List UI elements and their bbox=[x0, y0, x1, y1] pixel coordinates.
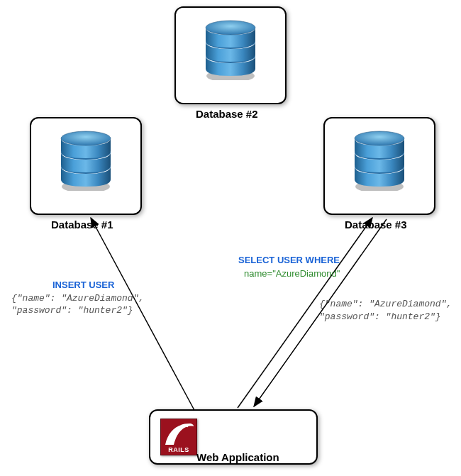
node-database-2 bbox=[174, 6, 287, 104]
node-database-2-label: Database #2 bbox=[196, 108, 258, 120]
database-icon bbox=[57, 126, 114, 191]
annotation-select-prefix: name= bbox=[244, 268, 272, 279]
rails-logo-text: RAILS bbox=[168, 446, 189, 453]
annotation-select-keyword: SELECT USER WHERE bbox=[238, 255, 340, 265]
annotation-insert-keyword: INSERT USER bbox=[52, 279, 114, 292]
diagram-canvas: Database #2 Database #1 Database #3 RAIL… bbox=[0, 0, 461, 476]
svg-point-7 bbox=[181, 428, 182, 429]
node-database-1 bbox=[30, 117, 142, 215]
svg-point-4 bbox=[170, 440, 172, 441]
annotation-select-value: "AzureDiamond" bbox=[272, 268, 340, 279]
database-icon bbox=[351, 126, 408, 191]
annotation-result: {"name": "AzureDiamond", "password": "hu… bbox=[319, 298, 452, 323]
annotation-insert-line1: {"name": "AzureDiamond", bbox=[11, 292, 144, 305]
node-web-application-label: Web Application bbox=[196, 451, 279, 463]
annotation-result-line2: "password": "hunter2"} bbox=[319, 311, 452, 323]
annotation-select: SELECT USER WHERE name="AzureDiamond" bbox=[238, 254, 340, 280]
annotation-result-line1: {"name": "AzureDiamond", bbox=[319, 298, 452, 311]
node-database-3 bbox=[323, 117, 435, 215]
annotation-insert-line2: "password": "hunter2"} bbox=[11, 304, 144, 317]
node-database-3-label: Database #3 bbox=[345, 218, 407, 231]
svg-point-6 bbox=[176, 431, 177, 433]
database-icon bbox=[202, 15, 259, 80]
rails-logo-icon: RAILS bbox=[160, 419, 197, 455]
svg-point-8 bbox=[187, 426, 188, 427]
svg-point-5 bbox=[172, 436, 174, 437]
annotation-insert: INSERT USER {"name": "AzureDiamond", "pa… bbox=[11, 279, 144, 317]
node-database-1-label: Database #1 bbox=[51, 218, 113, 231]
